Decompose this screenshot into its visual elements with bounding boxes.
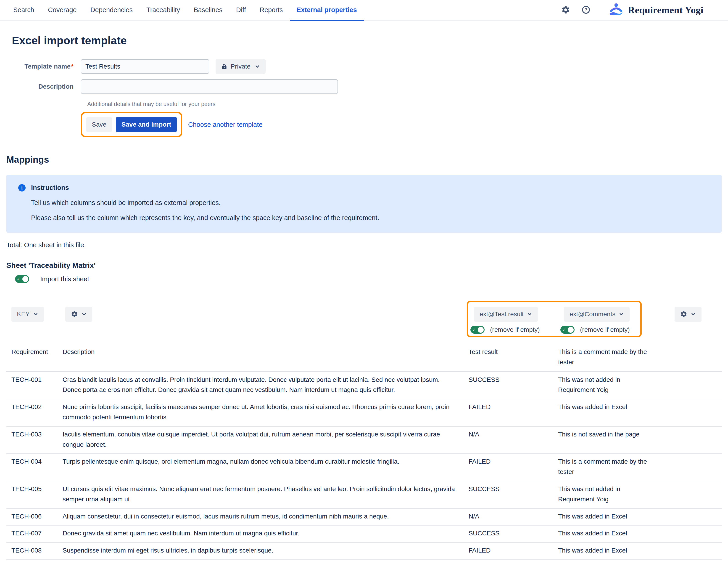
remove-if-empty-toggle-test-result[interactable]: ✓ [470,326,485,334]
description-input[interactable] [81,79,338,94]
description-cell: Turpis pellentesque enim quisque, orci e… [63,454,469,481]
visibility-dropdown[interactable]: Private [216,59,266,74]
template-name-label: Template name* [6,63,74,70]
remove-if-empty-toggle-comments[interactable]: ✓ [560,326,575,334]
remove-if-empty-label: (remove if empty) [580,326,630,334]
test-result-cell: FAILED [469,454,558,481]
table-row: TECH-005 Ut cursus quis elit vitae maxim… [6,481,722,509]
nav-item-coverage[interactable]: Coverage [41,0,84,20]
toggle-knob [568,327,574,333]
chevron-down-icon [255,64,260,69]
info-icon: i [18,184,26,191]
import-sheet-toggle[interactable]: ✓ [15,275,29,283]
description-column-settings-dropdown[interactable] [65,307,92,322]
nav-item-traceability[interactable]: Traceability [140,0,187,20]
header-comment: This is a comment made by the tester [558,344,649,371]
test-result-cell: N/A [469,427,558,454]
choose-another-template-link[interactable]: Choose another template [188,121,263,128]
nav-item-label: Reports [260,6,283,14]
description-cell: Ut cursus quis elit vitae maximus. Nunc … [63,481,469,508]
help-icon: ? [582,6,590,14]
requirement-cell: TECH-002 [6,399,63,426]
page-title: Excel import template [12,34,722,47]
description-helper-text: Additional details that may be useful fo… [87,101,215,107]
nav-item-reports[interactable]: Reports [253,0,290,20]
test-result-cell: SUCCESS [469,372,558,399]
gear-icon [71,311,78,318]
check-icon: ✓ [562,328,566,332]
requirement-cell: TECH-005 [6,481,63,508]
total-sheets-text: Total: One sheet in this file. [6,241,722,249]
template-name-label-text: Template name [24,63,71,70]
gear-icon [680,311,687,318]
nav-item-external-properties[interactable]: External properties [290,0,364,20]
table-row: TECH-008 Suspendisse interdum mi eget ri… [6,543,722,560]
comment-column-settings-dropdown[interactable] [675,307,702,322]
column-mapping-controls: KEY ext@Test result ext@Comments ✓ (remo… [6,302,722,337]
comment-cell: This is a comment made by the tester [558,454,649,481]
chevron-down-icon [691,312,696,317]
comments-column-dropdown[interactable]: ext@Comments [564,307,630,322]
comments-dropdown-label: ext@Comments [570,311,615,318]
toggle-knob [22,276,28,282]
table-more-row: ... [6,560,722,561]
lock-icon [221,63,227,70]
nav-item-label: Traceability [146,6,180,14]
comment-cell: This was added in Excel [558,509,649,525]
nav-item-label: External properties [297,6,357,14]
header-test-result: Test result [469,344,558,371]
key-column-dropdown[interactable]: KEY [11,307,44,322]
import-sheet-label: Import this sheet [40,275,89,283]
preview-table: Requirement Description Test result This… [6,344,722,561]
chevron-down-icon [619,312,624,317]
table-row: TECH-006 Aliquam consectetur, dui in con… [6,509,722,526]
description-cell: Donec gravida sit amet quam nec vestibul… [63,526,469,542]
save-and-import-button[interactable]: Save and import [116,117,177,132]
test-result-dropdown-label: ext@Test result [480,311,524,318]
brand-name: Requirement Yogi [628,4,703,16]
visibility-label: Private [231,63,251,70]
comment-cell: This was added in Excel [558,399,649,426]
table-row: TECH-003 Iaculis elementum, conubia vita… [6,427,722,454]
nav-item-label: Search [13,6,34,14]
check-icon: ✓ [472,328,476,332]
chevron-down-icon [527,312,532,317]
instructions-title: Instructions [31,184,69,191]
nav-item-baselines[interactable]: Baselines [187,0,229,20]
requirement-cell: TECH-004 [6,454,63,481]
requirement-yogi-icon [608,3,624,17]
instructions-line-1: Tell us which columns should be imported… [18,198,714,207]
save-button[interactable]: Save [86,117,112,132]
check-icon: ✓ [17,277,20,281]
help-button[interactable]: ? [581,5,591,15]
comment-cell: This was added in Excel [558,526,649,542]
table-row: TECH-004 Turpis pellentesque enim quisqu… [6,454,722,481]
requirement-cell: TECH-003 [6,427,63,454]
toggle-knob [478,327,484,333]
brand-logo: Requirement Yogi [608,3,703,17]
comment-cell: This was not added in Requirement Yoig [558,372,649,399]
gear-icon [561,5,570,14]
description-text: Cras blandit iaculis lacus at convallis.… [63,375,458,395]
description-label: Description [6,83,74,90]
test-result-cell: FAILED [469,543,558,559]
test-result-cell: FAILED [469,399,558,426]
description-cell: Iaculis elementum, conubia vitae quisque… [63,427,469,454]
test-result-column-dropdown[interactable]: ext@Test result [474,307,538,322]
instructions-line-2: Please also tell us the column which rep… [18,213,714,222]
top-nav: Search Coverage Dependencies Traceabilit… [0,0,728,21]
nav-item-label: Diff [236,6,246,14]
nav-item-label: Baselines [194,6,222,14]
nav-item-diff[interactable]: Diff [229,0,253,20]
test-result-cell: N/A [469,509,558,525]
settings-button[interactable] [560,4,571,15]
table-row: TECH-002 Nunc primis lobortis suscipit, … [6,399,722,427]
nav-item-search[interactable]: Search [6,0,41,20]
table-row: TECH-007 Donec gravida sit amet quam nec… [6,526,722,543]
template-form: Template name* Private Description Addit… [6,59,722,137]
requirement-cell: TECH-001 [6,372,63,399]
template-name-input[interactable] [81,59,209,74]
nav-item-dependencies[interactable]: Dependencies [84,0,140,20]
nav-actions: ? Requirement Yogi [560,3,728,17]
requirement-cell: TECH-007 [6,526,63,542]
